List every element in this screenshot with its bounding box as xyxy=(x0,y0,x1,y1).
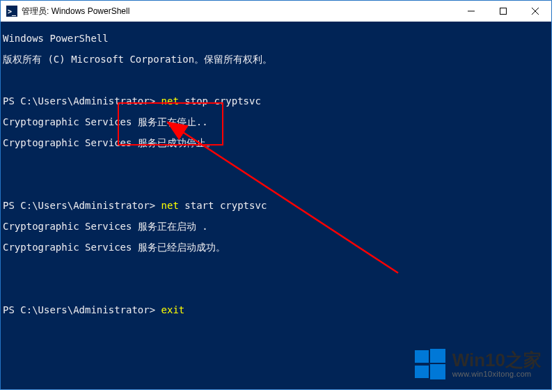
watermark-title: Win10之家 xyxy=(452,350,541,370)
terminal-output[interactable]: Windows PowerShell 版权所有 (C) Microsoft Co… xyxy=(1,22,551,389)
window-controls xyxy=(455,1,551,22)
command-args: stop cryptsvc xyxy=(179,95,261,107)
titlebar[interactable]: >_ 管理员: Windows PowerShell xyxy=(1,1,551,22)
watermark-url: www.win10xitong.com xyxy=(452,370,541,378)
output-line: Cryptographic Services 服务已成功停止。 xyxy=(3,137,216,148)
minimize-button[interactable] xyxy=(455,1,487,22)
output-line: Cryptographic Services 服务正在停止.. xyxy=(3,116,208,127)
window-title: 管理员: Windows PowerShell xyxy=(22,6,455,17)
ps-copyright: 版权所有 (C) Microsoft Corporation。保留所有权利。 xyxy=(3,54,272,65)
svg-rect-6 xyxy=(415,350,429,363)
svg-rect-8 xyxy=(415,366,429,378)
powershell-window: >_ 管理员: Windows PowerShell Windows Power… xyxy=(0,0,552,390)
svg-rect-7 xyxy=(430,349,445,363)
svg-rect-9 xyxy=(430,364,445,379)
close-button[interactable] xyxy=(519,1,551,22)
windows-logo-icon xyxy=(415,349,445,379)
prompt: PS C:\Users\Administrator> xyxy=(3,200,155,211)
ps-banner: Windows PowerShell xyxy=(3,33,109,44)
prompt: PS C:\Users\Administrator> xyxy=(3,95,155,107)
watermark: Win10之家 www.win10xitong.com xyxy=(415,349,541,379)
output-line: Cryptographic Services 服务正在启动 . xyxy=(3,221,208,232)
app-icon: >_ xyxy=(6,6,17,17)
prompt: PS C:\Users\Administrator> xyxy=(3,304,155,315)
command: net xyxy=(155,95,179,107)
output-line: Cryptographic Services 服务已经启动成功。 xyxy=(3,242,225,253)
command-args: start cryptsvc xyxy=(179,200,267,211)
command: net xyxy=(155,200,179,211)
svg-rect-1 xyxy=(500,8,507,15)
command: exit xyxy=(155,304,184,315)
watermark-text: Win10之家 www.win10xitong.com xyxy=(452,350,541,379)
maximize-button[interactable] xyxy=(487,1,519,22)
